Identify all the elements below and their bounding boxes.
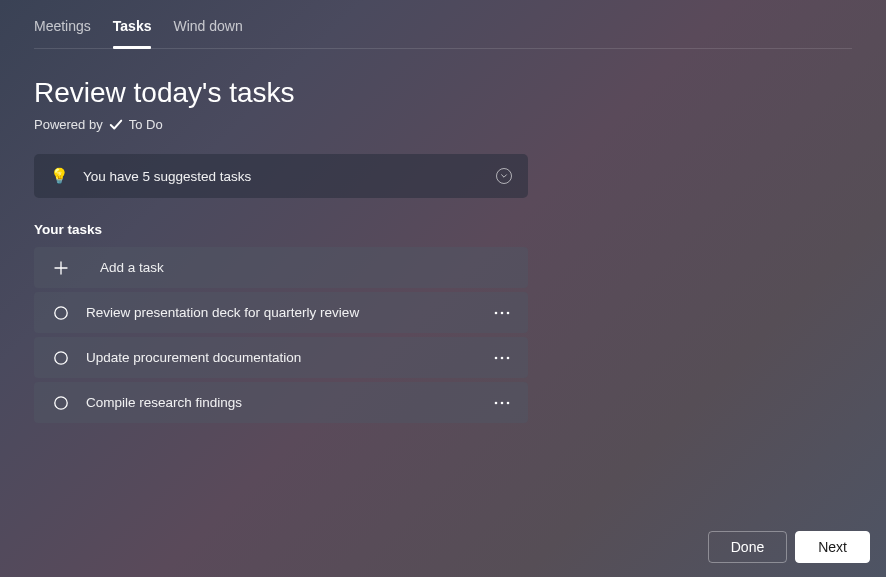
powered-by: Powered by To Do — [34, 117, 852, 132]
powered-by-prefix: Powered by — [34, 117, 103, 132]
circle-icon[interactable] — [52, 349, 70, 367]
done-button[interactable]: Done — [708, 531, 787, 563]
svg-point-10 — [501, 401, 504, 404]
svg-point-8 — [55, 396, 67, 408]
tab-wind-down[interactable]: Wind down — [173, 18, 242, 40]
task-title: Review presentation deck for quarterly r… — [86, 305, 490, 320]
task-list: Add a task Review presentation deck for … — [34, 247, 528, 423]
suggested-tasks-bar[interactable]: 💡 You have 5 suggested tasks — [34, 154, 528, 198]
page-title: Review today's tasks — [34, 77, 852, 109]
svg-point-4 — [55, 351, 67, 363]
tab-tasks[interactable]: Tasks — [113, 18, 152, 40]
more-icon[interactable] — [490, 391, 514, 415]
add-task-label: Add a task — [100, 260, 164, 275]
svg-point-6 — [501, 356, 504, 359]
svg-point-1 — [495, 311, 498, 314]
task-title: Compile research findings — [86, 395, 490, 410]
svg-point-0 — [55, 306, 67, 318]
footer: Done Next — [708, 531, 870, 563]
suggested-tasks-text: You have 5 suggested tasks — [83, 169, 496, 184]
svg-point-2 — [501, 311, 504, 314]
tab-meetings[interactable]: Meetings — [34, 18, 91, 40]
task-title: Update procurement documentation — [86, 350, 490, 365]
add-task-row[interactable]: Add a task — [34, 247, 528, 288]
svg-point-7 — [507, 356, 510, 359]
lightbulb-icon: 💡 — [50, 167, 69, 185]
chevron-down-icon — [496, 168, 512, 184]
more-icon[interactable] — [490, 301, 514, 325]
your-tasks-label: Your tasks — [34, 222, 852, 237]
svg-point-3 — [507, 311, 510, 314]
more-icon[interactable] — [490, 346, 514, 370]
circle-icon[interactable] — [52, 304, 70, 322]
task-row[interactable]: Compile research findings — [34, 382, 528, 423]
check-icon — [109, 118, 123, 132]
svg-point-5 — [495, 356, 498, 359]
task-row[interactable]: Update procurement documentation — [34, 337, 528, 378]
svg-point-9 — [495, 401, 498, 404]
plus-icon — [52, 259, 70, 277]
task-row[interactable]: Review presentation deck for quarterly r… — [34, 292, 528, 333]
powered-by-app: To Do — [129, 117, 163, 132]
next-button[interactable]: Next — [795, 531, 870, 563]
circle-icon[interactable] — [52, 394, 70, 412]
tab-bar: Meetings Tasks Wind down — [34, 18, 852, 49]
svg-point-11 — [507, 401, 510, 404]
